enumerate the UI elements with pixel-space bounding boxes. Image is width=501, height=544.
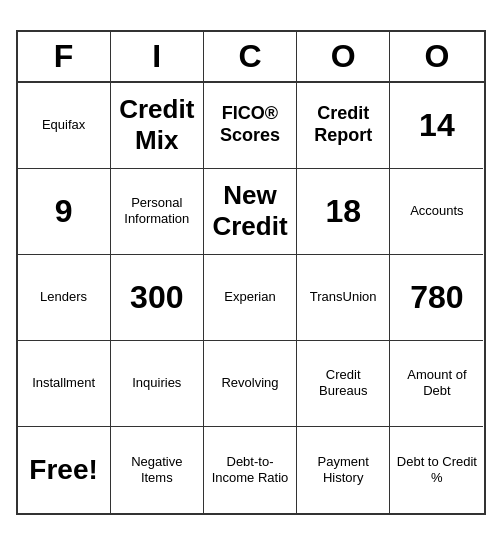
bingo-cell-5: 9 bbox=[18, 169, 111, 255]
bingo-cell-text-21: Negative Items bbox=[117, 454, 197, 485]
bingo-cell-20: Free! bbox=[18, 427, 111, 513]
bingo-cell-text-5: 9 bbox=[55, 192, 73, 230]
bingo-cell-text-7: New Credit bbox=[210, 180, 290, 242]
bingo-cell-text-0: Equifax bbox=[42, 117, 85, 133]
bingo-cell-22: Debt-to-Income Ratio bbox=[204, 427, 297, 513]
bingo-grid: EquifaxCredit MixFICO® ScoresCredit Repo… bbox=[18, 83, 484, 513]
bingo-cell-text-3: Credit Report bbox=[303, 103, 383, 146]
bingo-cell-1: Credit Mix bbox=[111, 83, 204, 169]
bingo-cell-14: 780 bbox=[390, 255, 483, 341]
bingo-cell-12: Experian bbox=[204, 255, 297, 341]
bingo-cell-11: 300 bbox=[111, 255, 204, 341]
bingo-cell-text-13: TransUnion bbox=[310, 289, 377, 305]
header-letter-O-3: O bbox=[297, 32, 390, 81]
bingo-cell-text-17: Revolving bbox=[221, 375, 278, 391]
bingo-cell-17: Revolving bbox=[204, 341, 297, 427]
bingo-cell-text-4: 14 bbox=[419, 106, 455, 144]
bingo-cell-7: New Credit bbox=[204, 169, 297, 255]
header-letter-F-0: F bbox=[18, 32, 111, 81]
bingo-cell-15: Installment bbox=[18, 341, 111, 427]
bingo-cell-10: Lenders bbox=[18, 255, 111, 341]
header-letter-O-4: O bbox=[390, 32, 483, 81]
bingo-cell-9: Accounts bbox=[390, 169, 483, 255]
bingo-cell-text-14: 780 bbox=[410, 278, 463, 316]
bingo-cell-text-6: Personal Information bbox=[117, 195, 197, 226]
bingo-cell-16: Inquiries bbox=[111, 341, 204, 427]
bingo-cell-text-8: 18 bbox=[325, 192, 361, 230]
header-row: FICOO bbox=[18, 32, 484, 83]
bingo-cell-text-19: Amount of Debt bbox=[396, 367, 477, 398]
bingo-cell-6: Personal Information bbox=[111, 169, 204, 255]
header-letter-I-1: I bbox=[111, 32, 204, 81]
bingo-cell-text-11: 300 bbox=[130, 278, 183, 316]
bingo-cell-19: Amount of Debt bbox=[390, 341, 483, 427]
bingo-cell-text-16: Inquiries bbox=[132, 375, 181, 391]
bingo-cell-13: TransUnion bbox=[297, 255, 390, 341]
bingo-cell-text-10: Lenders bbox=[40, 289, 87, 305]
bingo-cell-3: Credit Report bbox=[297, 83, 390, 169]
bingo-cell-text-9: Accounts bbox=[410, 203, 463, 219]
bingo-cell-18: Credit Bureaus bbox=[297, 341, 390, 427]
bingo-cell-text-15: Installment bbox=[32, 375, 95, 391]
bingo-cell-0: Equifax bbox=[18, 83, 111, 169]
bingo-cell-2: FICO® Scores bbox=[204, 83, 297, 169]
bingo-cell-text-20: Free! bbox=[29, 453, 97, 487]
bingo-cell-23: Payment History bbox=[297, 427, 390, 513]
bingo-cell-text-2: FICO® Scores bbox=[210, 103, 290, 146]
bingo-cell-text-24: Debt to Credit % bbox=[396, 454, 477, 485]
bingo-cell-text-12: Experian bbox=[224, 289, 275, 305]
bingo-cell-text-18: Credit Bureaus bbox=[303, 367, 383, 398]
bingo-cell-8: 18 bbox=[297, 169, 390, 255]
bingo-cell-text-23: Payment History bbox=[303, 454, 383, 485]
bingo-cell-text-1: Credit Mix bbox=[117, 94, 197, 156]
bingo-cell-24: Debt to Credit % bbox=[390, 427, 483, 513]
bingo-cell-4: 14 bbox=[390, 83, 483, 169]
bingo-cell-text-22: Debt-to-Income Ratio bbox=[210, 454, 290, 485]
bingo-card: FICOO EquifaxCredit MixFICO® ScoresCredi… bbox=[16, 30, 486, 515]
header-letter-C-2: C bbox=[204, 32, 297, 81]
bingo-cell-21: Negative Items bbox=[111, 427, 204, 513]
